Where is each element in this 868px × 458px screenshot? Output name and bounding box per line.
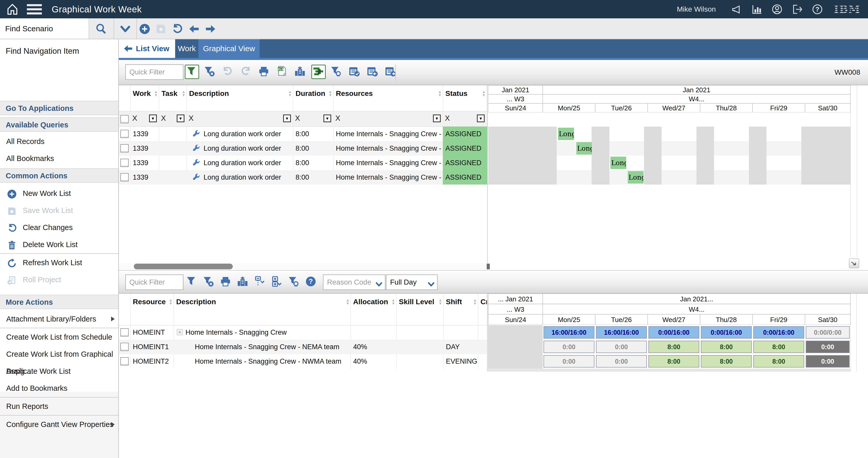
filter-dropdown-icon[interactable]: ▼ xyxy=(433,115,441,122)
row-checkbox[interactable] xyxy=(120,343,129,351)
resource-quick-filter-input[interactable]: Quick Filter xyxy=(125,274,183,290)
sidebar-item-roll-project[interactable]: Roll Project xyxy=(0,271,118,288)
filter-assignments-button[interactable] xyxy=(330,65,344,79)
next-arrow-icon[interactable] xyxy=(205,23,216,35)
work-order-row[interactable]: 1339Long duration work order8:00Home Int… xyxy=(119,141,487,156)
previous-arrow-icon[interactable] xyxy=(188,23,200,35)
availability-cell[interactable]: 8:00 xyxy=(648,355,699,368)
sidebar-item-all-bookmarks[interactable]: All Bookmarks xyxy=(0,150,118,167)
column-header-resource[interactable]: Resource▲▼ xyxy=(130,294,174,325)
print-button[interactable] xyxy=(257,65,272,79)
row-checkbox[interactable] xyxy=(120,173,129,181)
sidebar-item-duplicate-work-list[interactable]: Duplicate Work List xyxy=(0,363,118,380)
availability-cell[interactable]: 8:00 xyxy=(753,341,804,353)
availability-cell[interactable]: 8:00 xyxy=(753,355,804,368)
availability-cell[interactable]: 16:00/16:00 xyxy=(544,326,594,339)
sort-icon[interactable]: ▲▼ xyxy=(346,298,349,305)
clear-filter-x[interactable]: X xyxy=(295,114,300,123)
sort-icon[interactable]: ▲▼ xyxy=(438,90,442,97)
resource-row[interactable]: HOMEINT1Home Internals - Snagging Crew -… xyxy=(119,340,487,354)
column-header-duration[interactable]: Duration▲▼ xyxy=(293,85,333,111)
sidebar-item-create-work-list-from-graphical-assig-[interactable]: Create Work List from Graphical Assig... xyxy=(0,345,118,363)
column-header-description[interactable]: Description▲▼ xyxy=(187,85,293,111)
scroll-chart-right-button[interactable] xyxy=(383,65,398,79)
sort-icon[interactable]: ▲▼ xyxy=(438,298,442,305)
availability-cell[interactable]: 0:00/16:00 xyxy=(701,326,752,339)
filter-dropdown-icon[interactable]: ▼ xyxy=(283,115,291,122)
availability-scroll-track[interactable] xyxy=(488,369,850,372)
availability-cell[interactable]: 8:00 xyxy=(648,341,699,353)
column-header-status[interactable]: Status▲▼ xyxy=(443,85,487,111)
search-icon[interactable] xyxy=(95,23,107,35)
sort-icon[interactable]: ▲▼ xyxy=(473,298,477,305)
sidebar-item-configure-gantt-view-properties[interactable]: Configure Gantt View Properties xyxy=(0,416,118,433)
tab-work[interactable]: Work xyxy=(175,39,198,58)
assignment-bar[interactable]: Long xyxy=(611,157,626,169)
clear-filter-x[interactable]: X xyxy=(189,114,193,123)
user-name[interactable]: Mike Wilson xyxy=(677,0,716,18)
availability-cell[interactable]: 0:00 xyxy=(806,341,850,353)
work-order-row[interactable]: 1339Long duration work order8:00Home Int… xyxy=(119,170,487,185)
save-scenario-icon[interactable] xyxy=(155,23,167,35)
assignment-bar[interactable]: Long xyxy=(628,171,644,184)
tab-graphical-view[interactable]: Graphical View xyxy=(198,39,259,58)
clear-filter-button[interactable] xyxy=(203,65,217,79)
availability-cell[interactable]: 0:00/0:00 xyxy=(806,326,850,339)
help-icon[interactable]: ? xyxy=(812,4,823,15)
sort-icon[interactable]: ▲▼ xyxy=(392,298,395,305)
filter-button[interactable] xyxy=(185,65,199,79)
new-scenario-icon[interactable] xyxy=(139,23,151,35)
work-order-row[interactable]: 1339Long duration work order8:00Home Int… xyxy=(119,127,487,141)
resource-row[interactable]: HOMEINT-Home Internals - Snagging Crew xyxy=(119,325,487,340)
clear-filter-x[interactable]: X xyxy=(132,114,137,123)
back-to-list-view[interactable]: List View xyxy=(119,39,175,58)
filter-button[interactable] xyxy=(185,275,199,289)
hamburger-menu-icon[interactable] xyxy=(27,4,42,14)
sort-icon[interactable]: ▲▼ xyxy=(328,90,332,97)
home-icon[interactable] xyxy=(6,3,19,16)
clear-filter-button[interactable] xyxy=(202,275,216,289)
availability-cell[interactable]: 0:00/16:00 xyxy=(648,326,699,339)
sort-icon[interactable]: ▲▼ xyxy=(169,298,173,305)
sidebar-item-new-work-list[interactable]: New Work List xyxy=(0,185,118,202)
sidebar-item-all-records[interactable]: All Records xyxy=(0,133,118,150)
filter-dropdown-icon[interactable]: ▼ xyxy=(149,115,157,122)
announcements-icon[interactable] xyxy=(731,4,742,15)
collapse-crew-icon[interactable]: - xyxy=(177,329,183,335)
filter-dropdown-icon[interactable]: ▼ xyxy=(177,115,184,122)
row-checkbox[interactable] xyxy=(120,328,129,337)
sidebar-item-delete-work-list[interactable]: Delete Work List xyxy=(0,236,118,253)
column-header-crew[interactable]: Crew xyxy=(478,294,487,325)
column-header-work[interactable]: Work▲▼ xyxy=(130,85,159,111)
availability-cell[interactable]: 0:00 xyxy=(544,341,594,353)
work-order-row[interactable]: 1339Long duration work order8:00Home Int… xyxy=(119,156,487,170)
vertical-scrollbar[interactable] xyxy=(850,85,857,257)
resource-row[interactable]: HOMEINT2Home Internals - Snagging Crew -… xyxy=(119,354,487,369)
sort-icon[interactable]: ▲▼ xyxy=(288,90,292,97)
availability-cell[interactable]: 8:00 xyxy=(701,355,752,368)
availability-cell[interactable]: 8:00 xyxy=(701,341,752,353)
assignment-bar[interactable]: Long xyxy=(576,142,592,155)
sidebar-item-create-work-list-from-schedule[interactable]: Create Work List from Schedule xyxy=(0,329,118,345)
work-hierarchy-button[interactable] xyxy=(293,65,308,79)
gantt-properties-button[interactable] xyxy=(311,65,326,79)
filter-dropdown-icon[interactable]: ▼ xyxy=(323,115,331,122)
sidebar-item-save-work-list[interactable]: Save Work List xyxy=(0,202,118,219)
column-header-description[interactable]: Description▲▼ xyxy=(174,294,350,325)
reports-chart-icon[interactable] xyxy=(751,4,763,15)
export-xls-button[interactable]: XLS xyxy=(275,65,289,79)
sidebar-item-clear-changes[interactable]: Clear Changes xyxy=(0,219,118,236)
horizontal-scrollbar-thumb[interactable] xyxy=(134,264,233,269)
select-work-dates-button[interactable] xyxy=(347,65,362,79)
chevron-down-icon[interactable] xyxy=(119,23,131,35)
availability-cell[interactable]: 0:00/16:00 xyxy=(753,326,804,339)
availability-cell[interactable]: 0:00 xyxy=(544,355,594,368)
sidebar-item-add-to-bookmarks[interactable]: Add to Bookmarks xyxy=(0,380,118,397)
expand-all-button[interactable] xyxy=(270,275,284,289)
collapse-all-button[interactable] xyxy=(253,275,268,289)
scroll-chart-left-button[interactable] xyxy=(366,65,380,79)
availability-cell[interactable]: 0:00 xyxy=(596,341,647,353)
column-header-resources[interactable]: Resources▲▼ xyxy=(333,85,443,111)
find-navigation-input[interactable]: Find Navigation Item xyxy=(6,47,79,56)
sort-icon[interactable]: ▲▼ xyxy=(182,90,185,97)
